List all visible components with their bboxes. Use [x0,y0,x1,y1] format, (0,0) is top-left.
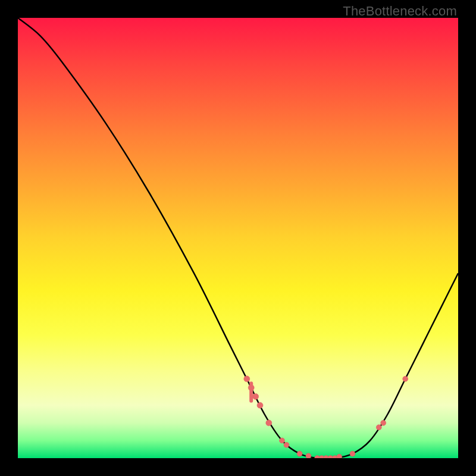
bottleneck-curve [18,18,458,458]
curve-markers [244,376,408,458]
curve-marker [266,420,272,426]
curve-marker [244,376,250,382]
curve-marker [306,453,311,458]
curve-marker [403,376,408,381]
curve-marker [284,442,289,447]
chart-svg [18,18,458,458]
chart-plot-area [18,18,458,458]
watermark-text: TheBottleneck.com [343,4,457,19]
curve-marker [257,402,263,408]
curve-marker [297,451,302,456]
curve-marker [280,438,285,443]
curve-marker [381,420,386,425]
curve-marker [350,451,355,456]
curve-marker [253,393,259,399]
curve-marker [376,425,381,430]
curve-marker [337,454,342,458]
